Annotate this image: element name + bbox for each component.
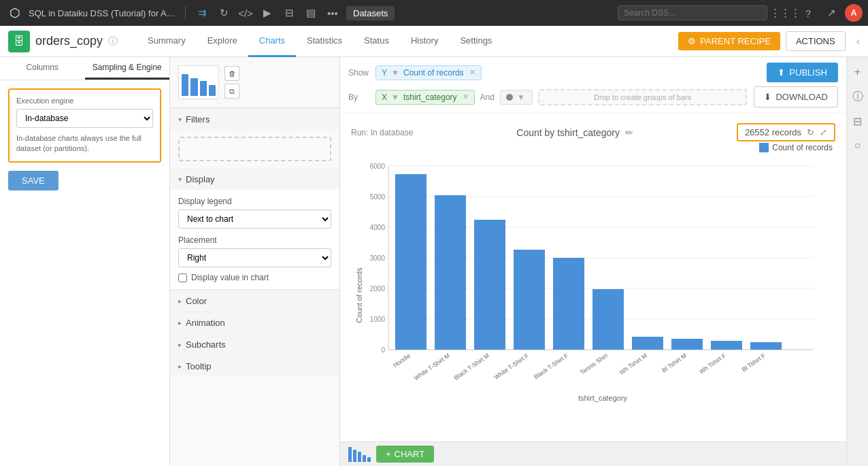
thumb-delete-btn[interactable]: 🗑 xyxy=(224,66,239,81)
tab-sampling-engine[interactable]: Sampling & Engine xyxy=(85,57,170,80)
subcharts-label: Subcharts xyxy=(186,339,226,350)
actions-button[interactable]: ACTIONS xyxy=(786,31,846,51)
publish-button[interactable]: ⬆ PUBLISH xyxy=(767,63,838,82)
btb-4 xyxy=(363,455,366,462)
save-button[interactable]: SAVE xyxy=(8,171,59,190)
placement-label: Placement xyxy=(178,235,331,245)
display-value-checkbox[interactable] xyxy=(178,273,187,282)
navbar: ⬡ SQL in Dataiku DSS (Tutorial) for Admi… xyxy=(0,0,868,26)
nav-divider xyxy=(185,6,186,20)
x-remove-icon[interactable]: ✕ xyxy=(463,93,469,101)
drop-zone[interactable]: Drop to create groups of bars xyxy=(538,89,748,105)
search-box xyxy=(618,5,767,20)
y-axis-control[interactable]: Y ▼ Count of records ✕ xyxy=(375,65,482,80)
placement-select[interactable]: Right Left Top Bottom xyxy=(178,248,331,267)
sidebar-globe-icon[interactable]: ○ xyxy=(848,136,867,155)
avatar[interactable]: A xyxy=(845,4,863,22)
bottom-chart-thumb xyxy=(348,447,371,462)
bar-black-f xyxy=(553,258,584,350)
btb-2 xyxy=(353,450,356,462)
publish-label: PUBLISH xyxy=(789,67,827,78)
dataset-info-icon[interactable]: ⓘ xyxy=(108,35,118,48)
tab-history[interactable]: History xyxy=(400,26,449,57)
tab-status[interactable]: Status xyxy=(353,26,400,57)
tab-explore[interactable]: Explore xyxy=(197,26,248,57)
left-tabs: Columns Sampling & Engine xyxy=(0,57,169,80)
recipe-icon: ⚙ xyxy=(688,36,696,46)
main-content: Columns Sampling & Engine Execution engi… xyxy=(0,57,868,466)
datasets-button[interactable]: Datasets xyxy=(346,6,395,20)
color-label: Color xyxy=(186,296,207,306)
sidebar-plus-icon[interactable]: + xyxy=(848,63,867,82)
filter-drop-zone[interactable] xyxy=(178,137,331,161)
sidebar-info-icon[interactable]: ⓘ xyxy=(848,87,867,106)
svg-text:White T-Shirt M: White T-Shirt M xyxy=(413,352,451,382)
nav-code-icon[interactable]: </> xyxy=(236,3,255,22)
x-axis-control[interactable]: X ▼ tshirt_category ✕ xyxy=(375,90,475,105)
search-input[interactable] xyxy=(618,5,767,20)
x-separator: ▼ xyxy=(391,93,399,102)
subheader: 🗄 orders_copy ⓘ Summary Explore Charts S… xyxy=(0,26,868,57)
activity-icon[interactable]: ↗ xyxy=(822,3,841,22)
filters-arrow: ▾ xyxy=(178,116,182,123)
animation-label: Animation xyxy=(186,318,225,328)
nav-icons: ⇉ ↻ </> ▶ ⊟ ▤ ••• xyxy=(193,3,342,22)
help-icon[interactable]: ? xyxy=(799,3,818,22)
sidebar-chat-icon[interactable]: ⊟ xyxy=(848,112,867,131)
chart-svg-container: Count of records 0 1000 2000 3000 4000 xyxy=(346,152,841,406)
tab-charts[interactable]: Charts xyxy=(248,26,296,57)
y-axis-label: Count of records xyxy=(355,267,363,323)
parent-recipe-button[interactable]: ⚙ PARENT RECIPE xyxy=(678,32,780,50)
filters-section-header[interactable]: ▾ Filters xyxy=(170,108,339,130)
animation-arrow: ▸ xyxy=(178,319,182,327)
right-panel: Show Y ▼ Count of records ✕ ⬆ PUBLISH By xyxy=(340,57,846,466)
apps-icon[interactable]: ⋮⋮⋮ xyxy=(775,3,795,22)
thumb-bar-2 xyxy=(190,78,197,96)
add-chart-button[interactable]: + CHART xyxy=(376,446,434,463)
nav-deploy-icon[interactable]: ⊟ xyxy=(280,3,299,22)
animation-section-header[interactable]: ▸ Animation xyxy=(170,312,339,333)
nav-monitor-icon[interactable]: ▤ xyxy=(301,3,320,22)
publish-icon: ⬆ xyxy=(778,67,785,78)
svg-text:3000: 3000 xyxy=(370,254,386,262)
tab-settings[interactable]: Settings xyxy=(449,26,503,57)
expand-icon[interactable]: ⤢ xyxy=(820,127,827,137)
bar-bl-f xyxy=(750,342,782,350)
download-button[interactable]: ⬇ DOWNLOAD xyxy=(754,86,838,107)
display-value-row: Display value in chart xyxy=(178,273,331,282)
bar-wh-f xyxy=(711,341,742,350)
nav-more-icon[interactable]: ••• xyxy=(323,3,342,22)
tab-statistics[interactable]: Statistics xyxy=(296,26,353,57)
parent-recipe-label: PARENT RECIPE xyxy=(700,36,771,46)
subcharts-arrow: ▸ xyxy=(178,341,182,348)
chart-thumb-controls: 🗑 ⧉ xyxy=(224,66,239,99)
display-section-header[interactable]: ▾ Display xyxy=(170,168,339,190)
back-button[interactable]: ‹ xyxy=(856,35,860,48)
engine-select[interactable]: In-database Local xyxy=(16,109,153,128)
records-badge: 26552 records ↻ ⤢ xyxy=(737,123,835,142)
tooltip-section-header[interactable]: ▸ Tooltip xyxy=(170,355,339,377)
nav-run-icon[interactable]: ▶ xyxy=(258,3,277,22)
tab-summary[interactable]: Summary xyxy=(137,26,197,57)
y-remove-icon[interactable]: ✕ xyxy=(469,68,475,77)
btb-5 xyxy=(367,457,371,462)
dataset-name: orders_copy xyxy=(35,34,103,48)
x-axis-controls: By X ▼ tshirt_category ✕ And ▼ Drop to c… xyxy=(348,89,747,105)
nav-refresh-icon[interactable]: ↻ xyxy=(214,3,233,22)
chart-header-row: Run: In database Count by tshirt_categor… xyxy=(346,119,841,142)
nav-flow-icon[interactable]: ⇉ xyxy=(193,3,212,22)
engine-label: Execution engine xyxy=(16,97,153,105)
svg-text:Bl Tshirt F: Bl Tshirt F xyxy=(741,352,767,373)
refresh-icon[interactable]: ↻ xyxy=(807,127,814,137)
tab-columns[interactable]: Columns xyxy=(0,57,85,80)
color-section-header[interactable]: ▸ Color xyxy=(170,290,339,312)
center-panel: 🗑 ⧉ ▾ Filters ▾ Display Display legend N… xyxy=(170,57,340,466)
thumb-copy-btn[interactable]: ⧉ xyxy=(224,84,239,99)
display-legend-select[interactable]: Next to chart Top Bottom None xyxy=(178,210,331,229)
color-group-control[interactable]: ▼ xyxy=(500,90,533,105)
color-separator: ▼ xyxy=(517,93,525,102)
svg-text:Black T-Shirt F: Black T-Shirt F xyxy=(533,352,569,380)
subcharts-section-header[interactable]: ▸ Subcharts xyxy=(170,333,339,355)
edit-title-icon[interactable]: ✏ xyxy=(625,127,633,138)
display-content: Display legend Next to chart Top Bottom … xyxy=(170,190,339,290)
